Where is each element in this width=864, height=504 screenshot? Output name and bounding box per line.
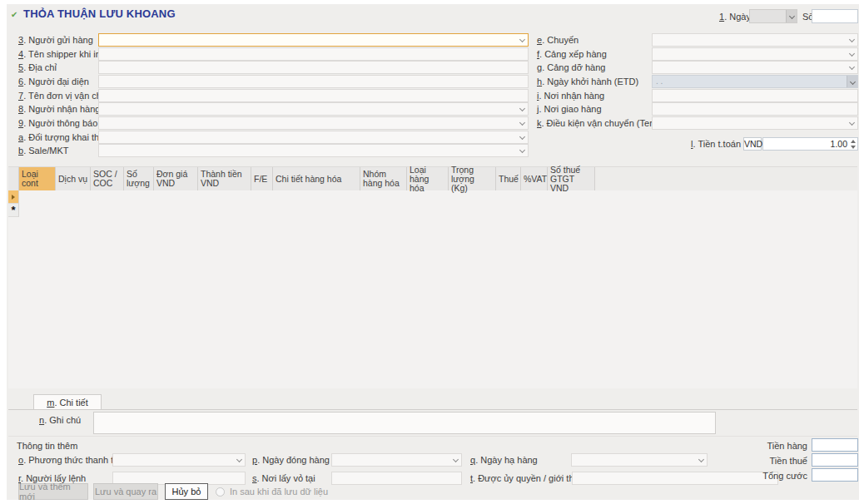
- note-label: n. Ghi chú: [39, 414, 81, 427]
- col-header-nhom-hang-hoa[interactable]: Nhóm hàng hóa: [360, 167, 407, 190]
- save-and-exit-button[interactable]: Lưu và quay ra: [93, 483, 158, 500]
- form-check-icon: ✔: [11, 10, 20, 19]
- pickup-location-label: s. Nơi lấy vỏ tại: [252, 472, 315, 485]
- etd-dropdown-button[interactable]: [847, 76, 857, 87]
- chevron-down-icon: [519, 134, 525, 140]
- note-textarea[interactable]: [93, 412, 716, 434]
- row-arrow-icon: [12, 195, 15, 200]
- voyage-combo[interactable]: [652, 33, 858, 47]
- total-amount-label: Tổng cước: [739, 470, 807, 482]
- etd-date-input[interactable]: . .: [652, 75, 858, 88]
- col-header-thanh-tien[interactable]: Thành tiền VND: [198, 167, 251, 190]
- port-of-discharge-label: g. Cảng dỡ hàng: [537, 62, 605, 74]
- col-header-so-luong[interactable]: Số lượng: [124, 167, 154, 190]
- closing-date-label: p. Ngày đóng hàng: [252, 454, 330, 467]
- col-header-don-gia[interactable]: Đơn giá VND: [154, 167, 198, 190]
- col-header-loai-cont[interactable]: Loại cont: [19, 167, 56, 190]
- spinner-buttons[interactable]: [850, 140, 856, 149]
- total-amount-input[interactable]: [812, 468, 858, 482]
- term-label: k. Điều kiện vận chuyển (Term): [537, 117, 663, 130]
- consignee-combo[interactable]: [98, 102, 529, 116]
- port-of-loading-combo[interactable]: [652, 47, 858, 61]
- tax-amount-label: Tiền thuế: [739, 455, 807, 467]
- place-of-receipt-input[interactable]: [652, 89, 858, 102]
- row-indicator-header: [8, 167, 19, 190]
- date-dropdown-button[interactable]: [786, 10, 797, 22]
- payment-currency-label: l. Tiền t.toán: [681, 138, 741, 151]
- chevron-down-icon: [849, 51, 855, 57]
- col-header-dich-vu[interactable]: Dịch vụ: [56, 167, 91, 190]
- shipper-print-name-label: 4. Tên shipper khi in: [18, 48, 101, 61]
- currency-code-box[interactable]: VND: [743, 137, 762, 151]
- place-of-delivery-label: j. Nơi giao hàng: [537, 103, 602, 116]
- col-header-trong-luong[interactable]: Trọng lượng (Kg): [449, 167, 496, 190]
- grid-header-row: Loại cont Dịch vụ SOC / COC Số lượng Đơn…: [8, 167, 857, 190]
- exploited-object-combo[interactable]: [98, 131, 529, 144]
- exchange-rate-value: 1.00: [831, 139, 847, 149]
- cancel-button[interactable]: Hủy bỏ: [165, 483, 208, 500]
- print-after-save-checkbox[interactable]: [216, 487, 225, 497]
- notify-party-combo[interactable]: [98, 116, 529, 130]
- goods-amount-input[interactable]: [812, 438, 858, 452]
- exploited-object-label: a. Đối tượng khai thác: [18, 131, 109, 144]
- screenshot-root: ✔ THỎA THUẬN LƯU KHOANG 1. Ngày Số 3. Ng…: [0, 0, 864, 504]
- col-header-loai-hang-hoa[interactable]: Loại hàng hóa: [407, 167, 449, 190]
- port-of-discharge-combo[interactable]: [652, 61, 858, 74]
- chevron-down-icon: [453, 457, 459, 462]
- col-header-soc-coc[interactable]: SOC / COC: [91, 167, 124, 190]
- section-divider: [8, 436, 857, 437]
- col-header-vat[interactable]: %VAT: [521, 167, 548, 190]
- save-and-new-button[interactable]: Lưu và thêm mới: [18, 483, 88, 500]
- etd-label: h. Ngày khởi hành (ETD): [537, 76, 638, 88]
- col-header-so-thue-gtgt[interactable]: Số thuế GTGT VND: [548, 167, 595, 190]
- representative-input[interactable]: [98, 75, 529, 88]
- term-combo[interactable]: [652, 116, 858, 130]
- col-header-chi-tiet-hang-hoa[interactable]: Chi tiết hàng hóa: [273, 167, 360, 190]
- chevron-down-icon: [519, 147, 525, 153]
- number-input[interactable]: [812, 9, 858, 23]
- date-label: 1. Ngày: [719, 11, 751, 23]
- consignee-label: 8. Người nhận hàng: [18, 103, 100, 116]
- chevron-down-icon: [850, 79, 856, 85]
- tax-amount-input[interactable]: [812, 453, 858, 467]
- voyage-label: e. Chuyến: [537, 34, 578, 47]
- chevron-down-icon: [236, 457, 242, 462]
- new-row-indicator: *: [8, 204, 19, 217]
- pickup-location-input[interactable]: [331, 472, 462, 485]
- chevron-down-icon: [519, 106, 525, 111]
- shipper-label: 3. Người gửi hàng: [18, 34, 93, 47]
- sale-mkt-combo[interactable]: [98, 144, 529, 157]
- booking-agreement-window: ✔ THỎA THUẬN LƯU KHOANG 1. Ngày Số 3. Ng…: [7, 4, 859, 500]
- page-title: THỎA THUẬN LƯU KHOANG: [23, 7, 176, 20]
- grid-header-filler: [595, 167, 857, 190]
- tab-chi-tiet[interactable]: m. Chi tiết: [33, 394, 102, 410]
- chevron-down-icon: [789, 13, 795, 19]
- representative-label: 6. Người đại diện: [18, 76, 89, 88]
- date-input[interactable]: [749, 9, 797, 23]
- extra-info-title: Thông tin thêm: [17, 440, 77, 452]
- carrier-name-input[interactable]: [98, 89, 529, 102]
- chevron-down-icon: [849, 37, 855, 42]
- col-header-fe[interactable]: F/E: [251, 167, 273, 190]
- etd-mask-value: . .: [656, 77, 663, 86]
- chevron-down-icon: [519, 120, 525, 126]
- chevron-down-icon: [698, 457, 704, 462]
- place-of-receipt-label: i. Nơi nhận hàng: [537, 90, 604, 102]
- payment-method-combo[interactable]: [112, 453, 246, 467]
- tab-strip-divider: [8, 409, 857, 410]
- sale-mkt-label: b. Sale/MKT: [18, 145, 69, 157]
- col-header-thue[interactable]: Thuế: [496, 167, 521, 190]
- address-input[interactable]: [98, 61, 529, 74]
- goods-amount-label: Tiền hàng: [739, 440, 807, 452]
- chevron-down-icon: [849, 64, 855, 70]
- charges-grid: Loại cont Dịch vụ SOC / COC Số lượng Đơn…: [8, 166, 857, 388]
- exchange-rate-spinner[interactable]: 1.00: [762, 137, 858, 151]
- closing-date-combo[interactable]: [331, 453, 462, 467]
- chevron-down-icon: [849, 120, 855, 126]
- shipper-combo[interactable]: [98, 33, 529, 47]
- unloading-date-combo[interactable]: [571, 453, 708, 467]
- place-of-delivery-input[interactable]: [652, 102, 858, 116]
- notify-party-label: 9. Người thông báo: [18, 117, 97, 130]
- shipper-print-name-input[interactable]: [98, 47, 529, 61]
- address-label: 5. Địa chỉ: [18, 62, 57, 74]
